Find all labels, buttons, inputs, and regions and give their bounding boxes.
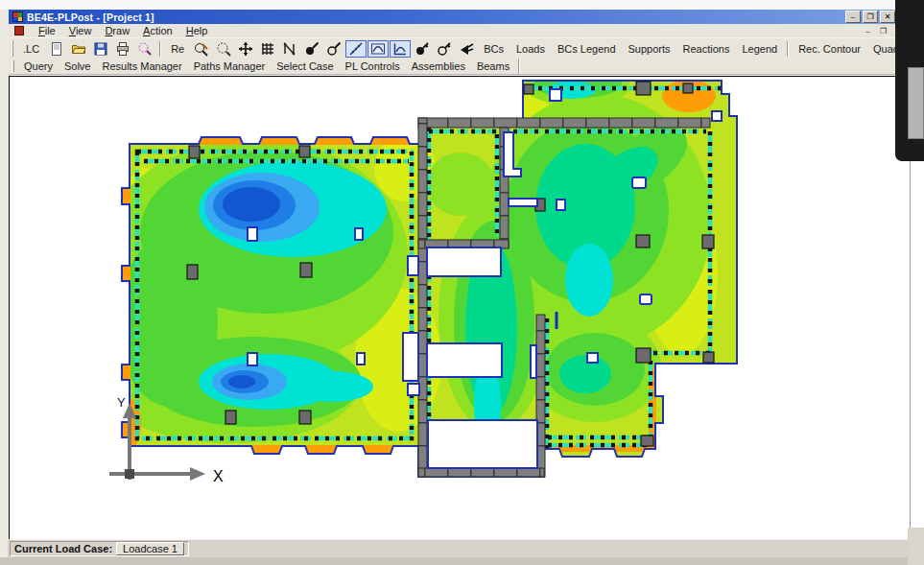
- page-edge-corner: [908, 528, 924, 565]
- toolbar-separator: [787, 41, 789, 57]
- close-button[interactable]: ✕: [880, 11, 895, 23]
- window-frame: [0, 10, 9, 557]
- pen-outline-icon[interactable]: [323, 40, 344, 58]
- toolbar-button-lc[interactable]: .LC: [17, 40, 45, 58]
- toolbar-button-supports[interactable]: Supports: [623, 40, 676, 58]
- desktop-strip: [0, 0, 924, 10]
- open-folder-icon[interactable]: [68, 40, 89, 58]
- toolbar-button-rec-contour[interactable]: Rec. Contour: [793, 40, 866, 58]
- contour-box-icon[interactable]: [390, 40, 411, 58]
- menu-view[interactable]: View: [62, 25, 99, 36]
- load-case-cell: Current Load Case: Loadcase 1: [10, 541, 189, 556]
- x-axis-label: X: [213, 468, 224, 484]
- zoom-pencil-icon[interactable]: [191, 40, 212, 58]
- zoom-window-icon[interactable]: [213, 40, 234, 58]
- toolbar-button-loads[interactable]: Loads: [510, 40, 551, 58]
- toolbar-button-assemblies[interactable]: Assemblies: [406, 59, 471, 74]
- toolbar-button-pl-controls[interactable]: PL Controls: [340, 59, 406, 74]
- mesh-grid-icon[interactable]: [257, 40, 278, 58]
- pen-filled-icon[interactable]: [301, 40, 322, 58]
- print-icon[interactable]: [112, 40, 133, 58]
- toolbar-button-legend[interactable]: Legend: [736, 40, 783, 58]
- toolbar-button-reactions[interactable]: Reactions: [677, 40, 736, 58]
- toolbar-grip: [12, 60, 14, 73]
- pen-outline-flag-icon[interactable]: [434, 40, 455, 58]
- load-case-button[interactable]: Loadcase 1: [116, 542, 184, 555]
- toolbar-button-bcs-legend[interactable]: BCs Legend: [552, 40, 622, 58]
- toolbar-button-results-manager[interactable]: Results Manager: [97, 59, 188, 74]
- pan-icon[interactable]: [235, 40, 256, 58]
- main-toolbar: .LCReBCsLoadsBCs LegendSupportsReactions…: [9, 37, 924, 59]
- mdi-document-icon: [14, 26, 24, 35]
- toolbar-button-bcs[interactable]: BCs: [478, 40, 509, 58]
- save-icon[interactable]: [90, 40, 111, 58]
- load-case-label: Current Load Case:: [14, 543, 112, 554]
- toolbar-button-select-case[interactable]: Select Case: [271, 59, 339, 74]
- toolbar-button-paths-manager[interactable]: Paths Manager: [188, 59, 272, 74]
- secondary-toolbar: QuerySolveResults ManagerPaths ManagerSe…: [9, 59, 924, 75]
- page-edge-line: [910, 161, 911, 539]
- node-select-icon[interactable]: [279, 40, 300, 58]
- y-axis-label: Y: [117, 395, 126, 410]
- arrow-pen-icon[interactable]: [456, 40, 477, 58]
- toolbar-button-query[interactable]: Query: [18, 59, 59, 74]
- menu-file[interactable]: File: [32, 25, 62, 36]
- app-icon: [12, 12, 23, 22]
- toolbar-separator: [518, 59, 520, 74]
- toolbar-button-re[interactable]: Re: [165, 40, 190, 58]
- pen-filled-flag-icon[interactable]: [412, 40, 433, 58]
- toolbar-button-solve[interactable]: Solve: [59, 59, 97, 74]
- mdi-restore-button[interactable]: ❐: [877, 25, 889, 36]
- toolbar-separator: [159, 41, 161, 57]
- application-window: BE4E-PLPost - [Project 1] – ❐ ✕ FileView…: [0, 0, 924, 565]
- title-bar: BE4E-PLPost - [Project 1] – ❐ ✕: [9, 10, 924, 24]
- zoom-select-icon[interactable]: [134, 40, 155, 58]
- restore-button[interactable]: ❐: [863, 11, 878, 23]
- menu-bar: FileViewDrawActionHelp – ❐: [9, 24, 924, 37]
- toolbar-grip: [12, 40, 13, 57]
- window-bottom-frame: [0, 557, 924, 565]
- menu-draw[interactable]: Draw: [98, 25, 136, 36]
- contour-filled-icon[interactable]: [367, 40, 389, 58]
- drawing-canvas[interactable]: X Y: [9, 76, 897, 539]
- status-bar: Current Load Case: Loadcase 1: [8, 539, 924, 557]
- scrollbar-thumb[interactable]: [908, 67, 924, 139]
- menu-help[interactable]: Help: [179, 25, 215, 36]
- toolbar-button-beams[interactable]: Beams: [471, 59, 515, 74]
- contour-lines-icon[interactable]: [345, 40, 367, 58]
- minimize-button[interactable]: –: [845, 11, 861, 23]
- window-title: BE4E-PLPost - [Project 1]: [27, 12, 154, 23]
- contour-plot: X Y: [10, 77, 897, 539]
- new-document-icon[interactable]: [46, 40, 67, 58]
- menu-action[interactable]: Action: [136, 25, 179, 36]
- mdi-minimize-button[interactable]: –: [862, 25, 874, 36]
